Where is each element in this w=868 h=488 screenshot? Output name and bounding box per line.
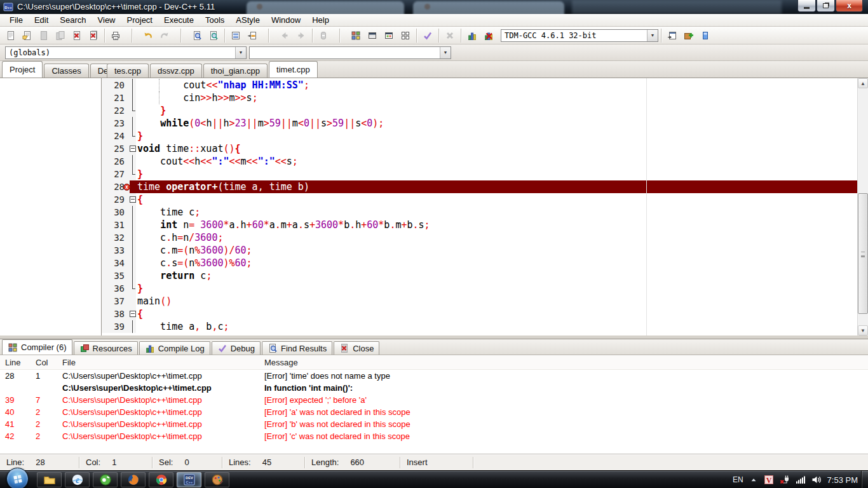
code-text[interactable]: cout<<"nhap HH:MM:SS";	[136, 79, 857, 92]
fold-gutter[interactable]	[130, 244, 136, 257]
menu-window[interactable]: Window	[266, 14, 306, 26]
line-number[interactable]: 22	[102, 104, 130, 117]
taskbar-app-dev-cpp[interactable]: DEVC++	[177, 472, 201, 487]
panel-tab-classes[interactable]: Classes	[44, 64, 88, 78]
code-line-30[interactable]: 30 time c;	[102, 206, 857, 219]
code-text[interactable]: {	[136, 193, 857, 206]
language-indicator[interactable]: EN	[733, 475, 743, 484]
panel-tab-close[interactable]: Close	[334, 341, 379, 355]
panel-tab-find-results[interactable]: Find Results	[262, 341, 332, 355]
code-line-20[interactable]: 20 cout<<"nhap HH:MM:SS";	[102, 79, 857, 92]
save-all-button[interactable]	[52, 28, 69, 43]
abort-button[interactable]	[442, 28, 458, 43]
compiler-error-row[interactable]: 397C:\Users\super\Desktop\c++\timet.cpp[…	[0, 394, 868, 406]
print-button[interactable]	[107, 28, 124, 43]
code-text[interactable]: }	[136, 282, 857, 295]
code-text[interactable]: time c;	[136, 206, 857, 219]
signal-icon[interactable]	[796, 475, 806, 485]
code-line-37[interactable]: 37main()	[102, 295, 857, 308]
line-number[interactable]: 37	[102, 295, 130, 308]
scroll-up-icon[interactable]: ▲	[858, 78, 868, 88]
menu-search[interactable]: Search	[54, 14, 92, 26]
save-button[interactable]	[36, 28, 52, 43]
menu-project[interactable]: Project	[121, 14, 158, 26]
bookmark-button[interactable]	[315, 28, 332, 43]
undo-button[interactable]	[140, 28, 156, 43]
code-text[interactable]: void time::xuat(){	[136, 142, 857, 155]
fold-gutter[interactable]	[130, 117, 136, 130]
code-line-39[interactable]: 39 time a, b,c;	[102, 320, 857, 333]
code-text[interactable]: c.s=(n%3600)%60;	[136, 257, 857, 269]
unikey-icon[interactable]: V	[764, 475, 774, 485]
code-text[interactable]: time operator+(time a, time b)	[136, 180, 857, 193]
column-header-file[interactable]: File	[57, 358, 259, 367]
code-text[interactable]: main()	[136, 295, 857, 308]
scrollbar-thumb[interactable]	[858, 193, 868, 314]
compile-run-button[interactable]	[381, 28, 397, 43]
back-button[interactable]	[276, 28, 293, 43]
code-line-26[interactable]: 26 cout<<h<<":"<<m<<":"<<s;	[102, 155, 857, 168]
code-line-21[interactable]: 21 cin>>h>>m>>s;	[102, 92, 857, 104]
panel-tab-compile-log[interactable]: Compile Log	[139, 341, 210, 355]
fold-gutter[interactable]	[130, 168, 136, 180]
add-to-project-button[interactable]	[681, 28, 697, 43]
open-file-button[interactable]	[19, 28, 36, 43]
code-line-35[interactable]: 35 return c;	[102, 269, 857, 282]
line-number[interactable]: 36	[102, 282, 130, 295]
editor-tab-thoi-gian-cpp[interactable]: thoi_gian.cpp	[203, 64, 268, 78]
menu-tools[interactable]: Tools	[200, 14, 230, 26]
compiler-error-row[interactable]: 281C:\Users\super\Desktop\c++\timet.cpp[…	[0, 370, 868, 382]
line-number[interactable]: 24	[102, 130, 130, 142]
line-number[interactable]: 29	[102, 193, 130, 206]
editor-tab-timet-cpp[interactable]: timet.cpp	[269, 61, 318, 78]
line-number[interactable]: 25	[102, 142, 130, 155]
compiler-error-row[interactable]: 422C:\Users\super\Desktop\c++\timet.cpp[…	[0, 430, 868, 442]
delete-profiling-button[interactable]	[480, 28, 497, 43]
code-text[interactable]: cin>>h>>m>>s;	[136, 92, 857, 104]
code-line-31[interactable]: 31 int n= 3600*a.h+60*a.m+a.s+3600*b.h+6…	[102, 219, 857, 231]
run-button[interactable]	[364, 28, 381, 43]
find-button[interactable]	[189, 28, 205, 43]
line-number[interactable]: 39	[102, 320, 130, 333]
menu-file[interactable]: File	[4, 14, 29, 26]
fold-gutter[interactable]	[130, 79, 136, 92]
fold-gutter[interactable]	[130, 282, 136, 295]
close-file-button[interactable]	[69, 28, 85, 43]
line-number[interactable]: 34	[102, 257, 130, 269]
code-line-36[interactable]: 36}	[102, 282, 857, 295]
panel-tab-debug[interactable]: Debug	[212, 341, 261, 355]
member-select[interactable]: ▼	[249, 46, 451, 59]
line-number[interactable]: 21	[102, 92, 130, 104]
line-number[interactable]: 38	[102, 308, 130, 320]
project-panel[interactable]	[0, 78, 102, 336]
fold-gutter[interactable]	[130, 269, 136, 282]
line-number[interactable]: 31	[102, 219, 130, 231]
network-error-icon[interactable]	[780, 475, 790, 485]
code-text[interactable]: {	[136, 308, 857, 320]
taskbar-app-internet-explorer[interactable]: e	[65, 472, 90, 487]
code-text[interactable]: c.h=n/3600;	[136, 231, 857, 244]
line-number[interactable]: 32	[102, 231, 130, 244]
close-all-button[interactable]	[85, 28, 102, 43]
syntax-check-button[interactable]	[419, 28, 436, 43]
volume-icon[interactable]	[811, 475, 822, 485]
code-text[interactable]: c.m=(n%3600)/60;	[136, 244, 857, 257]
fold-gutter[interactable]	[130, 104, 136, 117]
code-line-29[interactable]: 29{	[102, 193, 857, 206]
code-line-38[interactable]: 38{	[102, 308, 857, 320]
fold-gutter[interactable]	[130, 219, 136, 231]
panel-tab-resources[interactable]: Resources	[74, 341, 138, 355]
column-header-col[interactable]: Col	[31, 358, 57, 367]
window-new-button[interactable]	[664, 28, 681, 43]
taskbar-app-firefox[interactable]	[121, 472, 146, 487]
compiler-select[interactable]: TDM-GCC 4.6.1 32-bit ▼	[501, 29, 658, 42]
minimize-button[interactable]	[797, 0, 816, 12]
start-button[interactable]	[6, 468, 29, 488]
compiler-error-row[interactable]: 402C:\Users\super\Desktop\c++\timet.cpp[…	[0, 406, 868, 418]
fold-gutter[interactable]	[130, 206, 136, 219]
taskbar-app-media-paint[interactable]	[205, 472, 229, 487]
line-number[interactable]: 33	[102, 244, 130, 257]
scroll-down-icon[interactable]: ▼	[858, 325, 868, 336]
fold-gutter[interactable]	[130, 308, 136, 320]
line-number[interactable]: 30	[102, 206, 130, 219]
